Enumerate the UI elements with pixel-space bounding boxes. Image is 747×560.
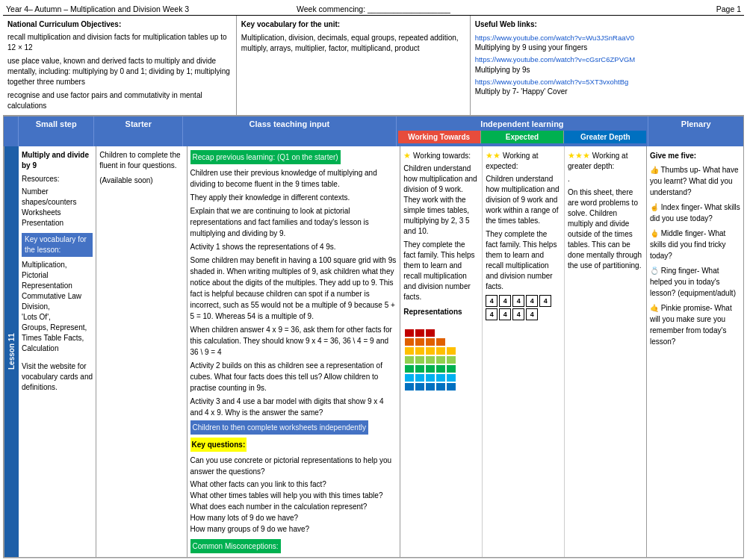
svg-rect-28: [447, 356, 456, 364]
indep-cols: ★ Working towards: Children understand h…: [400, 146, 646, 557]
kq-1: Can you use concrete or pictorial repres…: [190, 455, 397, 477]
web-link-2[interactable]: https://www.youtube.com/watch?v=cGsrC6ZP…: [475, 55, 740, 75]
national-curriculum-point-2: use place value, known and derived facts…: [7, 56, 232, 87]
plenary-item-3: 🖕 Middle finger- What skills did you fin…: [650, 228, 740, 261]
svg-rect-4: [405, 365, 414, 373]
starter-col: Children to complete the fluent in four …: [96, 146, 187, 557]
num-box-8: 4: [512, 308, 524, 320]
plenary-title: Give me five:: [650, 150, 740, 161]
resource-2: Worksheets: [22, 208, 93, 218]
svg-rect-8: [415, 338, 424, 346]
plenary-item-2: ☝️ Index finger- What skills did you use…: [650, 202, 740, 224]
national-curriculum-col: National Curriculum Objectives: recall m…: [3, 16, 237, 115]
svg-rect-25: [436, 374, 445, 382]
web-link-3-anchor[interactable]: https://www.youtube.com/watch?v=5XT3vxoh…: [475, 77, 740, 87]
national-curriculum-point-1: recall multiplication and division facts…: [7, 32, 232, 53]
exp-content: Children understand how multiplication a…: [486, 174, 561, 226]
web-links-col: Useful Web links: https://www.youtube.co…: [471, 16, 744, 115]
svg-rect-26: [436, 383, 445, 391]
gd-star-label: ★★★ Working at greater depth:: [568, 150, 643, 172]
vocab-item-8: Times Table Facts,: [22, 333, 93, 343]
vocab-item-4: Commutative Law: [22, 291, 93, 302]
web-links-title: Useful Web links:: [475, 19, 740, 30]
svg-rect-16: [426, 347, 435, 355]
class-teaching-header: Class teaching input: [183, 116, 396, 146]
gd-star-1: ★: [568, 151, 575, 160]
small-step-title: Multiply and divide by 9: [22, 150, 93, 171]
plenary-item-1: 👍 Thumbs up- What have you learnt? What …: [650, 164, 740, 198]
wt-star-icon: ★: [403, 151, 411, 160]
svg-rect-10: [415, 356, 424, 364]
lesson-header-spacer: [4, 116, 19, 146]
num-box-3: 4: [512, 295, 524, 307]
ring-icon: 💍: [650, 267, 659, 275]
kq-5: How many lots of 9 do we have?: [190, 512, 397, 523]
svg-rect-24: [436, 365, 445, 373]
national-curriculum-point-3: recognise and use factor pairs and commu…: [7, 90, 232, 111]
svg-rect-11: [415, 365, 424, 373]
main-table: Small step Starter Class teaching input …: [3, 116, 744, 558]
working-towards-col: ★ Working towards: Children understand h…: [400, 146, 483, 557]
web-link-1[interactable]: https://www.youtube.com/watch?v=Wu3JSnRa…: [475, 33, 740, 53]
num-box-4: 4: [526, 295, 538, 307]
expected-header: Expected: [481, 131, 564, 143]
web-link-1-desc: Multiplying by 9 using your fingers: [475, 43, 588, 52]
web-link-2-anchor[interactable]: https://www.youtube.com/watch?v=cGsrC6ZP…: [475, 55, 740, 64]
num-box-9: 4: [526, 308, 538, 320]
svg-rect-27: [447, 347, 456, 355]
vocab-item-6: 'Lots Of',: [22, 312, 93, 323]
greater-depth-header: Greater Depth: [564, 131, 646, 143]
vocab-item-5: Division,: [22, 302, 93, 312]
exp-star-1: ★: [486, 151, 493, 160]
svg-rect-1: [405, 338, 414, 346]
resources-label: Resources:: [22, 174, 93, 184]
worksheets-label: Children to then complete worksheets ind…: [190, 420, 368, 435]
key-vocab-box: Key vocabulary for the lesson:: [22, 233, 93, 257]
svg-rect-14: [426, 329, 435, 337]
independent-col: ★ Working towards: Children understand h…: [400, 146, 647, 557]
svg-rect-13: [415, 383, 424, 391]
info-row: National Curriculum Objectives: recall m…: [3, 16, 744, 116]
svg-rect-15: [426, 338, 435, 346]
vocab-item-2: Pictorial: [22, 270, 93, 281]
web-link-3-desc: Multiply by 7- 'Happy' Cover: [475, 87, 568, 96]
misconceptions-label: Common Misconceptions:: [190, 539, 281, 553]
gd-star-3: ★: [583, 151, 590, 160]
class-para-3: Explain that we are continuing to look a…: [190, 205, 397, 239]
working-towards-header: Working Towards: [398, 131, 481, 143]
svg-rect-2: [405, 347, 414, 355]
kq-3: What other times tables will help you wi…: [190, 490, 397, 501]
class-para-4: Activity 1 shows the representations of …: [190, 241, 397, 252]
plenary-item-4: 💍 Ring finger- What helped you in today'…: [650, 265, 740, 299]
web-link-1-anchor[interactable]: https://www.youtube.com/watch?v=Wu3JSnRa…: [475, 33, 740, 43]
num-box-1: 4: [486, 295, 498, 307]
plenary-col: Give me five: 👍 Thumbs up- What have you…: [647, 146, 743, 557]
svg-rect-7: [415, 329, 424, 337]
key-vocab-col: Key vocabulary for the unit: Multiplicat…: [237, 16, 471, 115]
visit-text: Visit the website for vocabulary cards a…: [22, 361, 93, 393]
vocab-item-3: Representation: [22, 281, 93, 291]
pinkie-icon: 🤙: [650, 304, 659, 312]
small-step-header: Small step: [19, 116, 94, 146]
svg-rect-21: [436, 338, 445, 346]
gd-separator: .: [568, 174, 643, 184]
header-left: Year 4– Autumn – Multiplication and Divi…: [6, 4, 251, 13]
num-box-2: 4: [499, 295, 511, 307]
lesson-tag: Lesson 11: [4, 146, 19, 557]
web-link-3[interactable]: https://www.youtube.com/watch?v=5XT3vxoh…: [475, 77, 740, 97]
kq-4: What does each number in the calculation…: [190, 501, 397, 512]
plenary-item-5: 🤙 Pinkie promise- What will you make sur…: [650, 302, 740, 347]
starter-available: (Available soon): [99, 175, 183, 186]
web-link-2-desc: Multiplying by 9s: [475, 66, 530, 74]
class-para-8: Activity 3 and 4 use a bar model with di…: [190, 396, 397, 418]
svg-rect-5: [405, 374, 414, 382]
middle-icon: 🖕: [650, 229, 659, 237]
column-headers: Small step Starter Class teaching input …: [4, 116, 743, 146]
key-vocab-title: Key vocabulary for the unit:: [241, 19, 465, 30]
top-header: Year 4– Autumn – Multiplication and Divi…: [3, 3, 744, 16]
svg-rect-18: [426, 365, 435, 373]
starter-text: Children to complete the fluent in four …: [99, 150, 183, 171]
bar-chart-svg: [403, 322, 471, 396]
svg-rect-6: [405, 383, 414, 391]
svg-rect-0: [405, 329, 414, 337]
